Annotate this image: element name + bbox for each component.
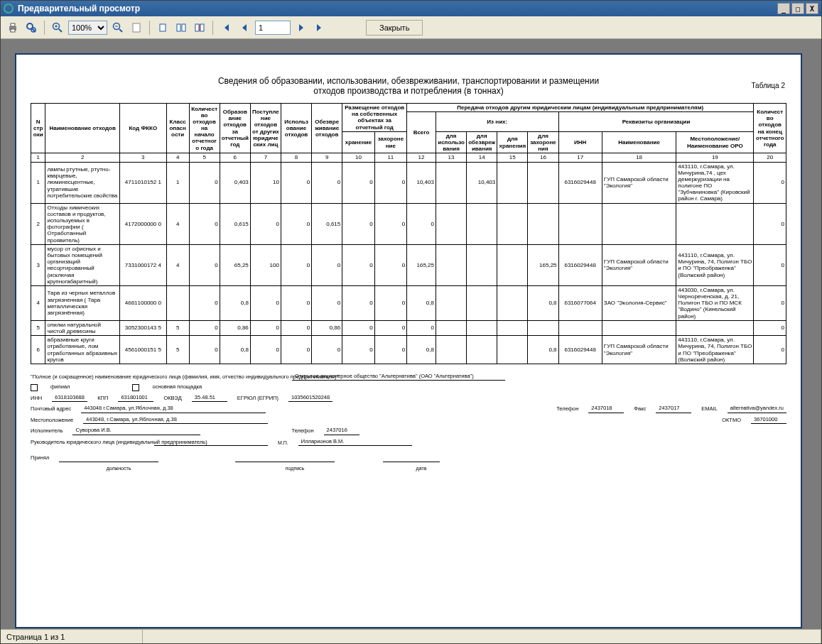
view-continuous-button[interactable] — [192, 20, 207, 36]
svg-rect-2 — [11, 29, 15, 32]
status-page: Страница 1 из 1 — [1, 630, 143, 643]
statusbar: Страница 1 из 1 — [1, 629, 821, 643]
last-page-button[interactable] — [312, 20, 328, 36]
zoom-out-button[interactable] — [110, 20, 126, 36]
svg-rect-17 — [195, 24, 199, 31]
table-row: 6абразивные круги отработанные, лом отра… — [31, 336, 786, 364]
next-page-button[interactable] — [293, 20, 309, 36]
svg-line-11 — [119, 29, 122, 32]
close-window-button[interactable]: X — [806, 3, 818, 14]
fit-page-button[interactable] — [129, 20, 144, 36]
print-button[interactable] — [5, 20, 21, 36]
table-number: Таблица 2 — [751, 82, 785, 89]
filial-checkbox[interactable] — [31, 384, 38, 391]
titlebar: Предварительный просмотр _ □ X — [1, 1, 821, 16]
svg-rect-13 — [133, 23, 140, 32]
search-button[interactable] — [23, 20, 39, 36]
table-row: 2Отходы химических составов и продуктов,… — [31, 203, 786, 244]
zoom-select[interactable]: 100% — [68, 21, 107, 35]
main-site-checkbox[interactable] — [132, 384, 139, 391]
minimize-button[interactable]: _ — [777, 3, 790, 14]
page-input[interactable] — [255, 21, 291, 35]
app-icon — [4, 4, 13, 13]
table-header: N строки Наименование отходов Код ФККО К… — [31, 104, 786, 163]
table-row: 3мусор от офисных и бытовых помещений ор… — [31, 244, 786, 285]
svg-rect-15 — [177, 24, 180, 31]
first-page-button[interactable] — [218, 20, 234, 36]
report-title: Сведения об образовании, использовании, … — [31, 76, 786, 96]
preview-area[interactable]: Таблица 2 Сведения об образовании, испол… — [1, 39, 821, 629]
svg-rect-16 — [182, 24, 185, 31]
footer-info: "Полное (и сокращенное) наименование юри… — [31, 373, 786, 472]
svg-rect-18 — [200, 24, 204, 31]
svg-rect-1 — [11, 23, 15, 26]
close-button[interactable]: Закрыть — [366, 20, 423, 36]
prev-page-button[interactable] — [237, 20, 252, 36]
view-facing-button[interactable] — [173, 20, 189, 36]
table-row: 1лампы ртутные, ртутно-кварцевые, люмине… — [31, 162, 786, 203]
table-row: 5опилки натуральной чистой древесины3052… — [31, 320, 786, 335]
report-page: Таблица 2 Сведения об образовании, испол… — [15, 53, 802, 628]
table-row: 4Тара из черных металлов загрязненная ( … — [31, 285, 786, 320]
window-title: Предварительный просмотр — [18, 4, 777, 13]
maximize-button[interactable]: □ — [791, 3, 804, 14]
data-table: N строки Наименование отходов Код ФККО К… — [31, 103, 786, 364]
view-single-button[interactable] — [155, 20, 171, 36]
toolbar: 100% Закрыть — [1, 16, 821, 39]
svg-rect-14 — [160, 24, 166, 31]
zoom-in-button[interactable] — [50, 20, 65, 36]
svg-line-7 — [59, 29, 62, 32]
